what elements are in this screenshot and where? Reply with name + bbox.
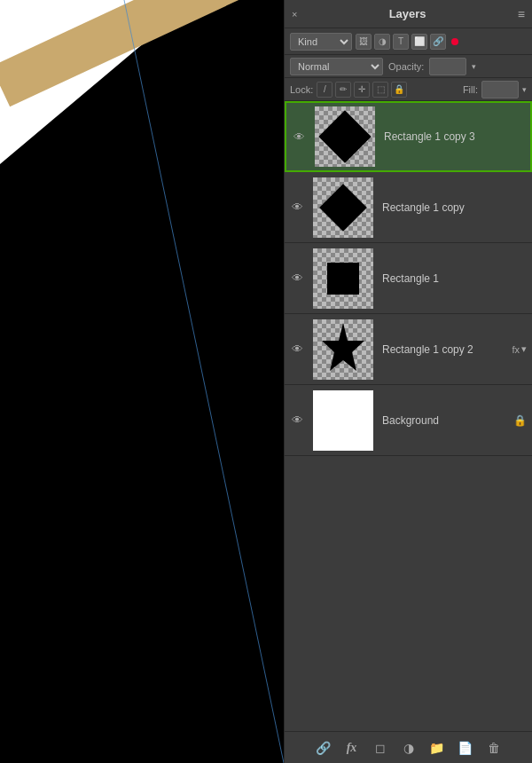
mask-filter-icon[interactable]: 🔗	[430, 34, 446, 50]
layer-thumbnail	[313, 177, 373, 238]
shape-filter-icon[interactable]: ⬜	[411, 34, 427, 50]
thumb-shape-square	[327, 263, 359, 295]
layer-info: Rectangle 1 copy 3	[379, 127, 530, 146]
layer-thumbnail	[315, 106, 375, 167]
layer-row[interactable]: 👁 Rectangle 1 copy 3	[285, 101, 532, 172]
link-layers-button[interactable]: 🔗	[313, 737, 334, 759]
thumb-shape-white	[313, 390, 373, 451]
svg-marker-1	[322, 323, 364, 371]
kind-select[interactable]: Kind	[290, 33, 352, 51]
blue-line-svg	[0, 0, 284, 763]
filter-active-dot	[451, 38, 458, 45]
add-mask-button[interactable]: ◻	[370, 737, 391, 759]
opacity-input[interactable]: 100%	[429, 58, 466, 75]
layer-name: Background	[382, 414, 439, 427]
layer-name: Rectangle 1 copy	[382, 201, 465, 214]
new-group-button[interactable]: 📁	[426, 737, 448, 759]
layer-info: Background 🔒	[377, 411, 532, 430]
filter-icons: 🖼 ◑ T ⬜ 🔗	[356, 34, 446, 50]
layer-name: Rectangle 1 copy 3	[384, 130, 475, 143]
layer-info: Rectangle 1	[377, 269, 532, 288]
circle-filter-icon[interactable]: ◑	[374, 34, 390, 50]
layer-info: Rectangle 1 copy 2 fx ▾	[377, 340, 532, 359]
layer-thumbnail	[313, 390, 373, 451]
panel-menu-icon[interactable]: ≡	[518, 7, 525, 21]
new-adjustment-button[interactable]: ◑	[398, 737, 419, 759]
text-filter-icon[interactable]: T	[393, 34, 409, 50]
opacity-label: Opacity:	[388, 61, 424, 72]
delete-layer-button[interactable]: 🗑	[483, 737, 505, 759]
layer-visibility-toggle[interactable]: 👁	[285, 201, 309, 214]
fill-arrow-icon[interactable]: ▾	[522, 85, 527, 94]
opacity-arrow-icon[interactable]: ▾	[472, 62, 476, 71]
layers-panel: × Layers ≡ Kind 🖼 ◑ T ⬜ 🔗 Normal Dissolv…	[284, 0, 532, 763]
lock-label: Lock:	[290, 84, 313, 95]
layer-locked-icon: 🔒	[513, 414, 527, 427]
canvas-area	[0, 0, 284, 763]
layer-row[interactable]: 👁 Background 🔒	[285, 385, 532, 456]
panel-title: Layers	[389, 7, 426, 20]
layers-list: 👁 Rectangle 1 copy 3 👁 Rectangle 1 copy …	[285, 101, 532, 731]
fill-label: Fill:	[463, 84, 478, 95]
layer-fx-badge[interactable]: fx ▾	[512, 343, 527, 355]
lock-all-btn[interactable]: 🔒	[391, 82, 407, 98]
panel-close-icon[interactable]: ×	[292, 9, 297, 20]
layer-visibility-toggle[interactable]: 👁	[285, 342, 309, 356]
svg-line-0	[124, 0, 284, 763]
thumb-star-svg	[313, 319, 373, 380]
blend-mode-select[interactable]: Normal Dissolve Multiply	[290, 58, 383, 75]
layer-thumbnail	[313, 319, 373, 380]
blend-row: Normal Dissolve Multiply Opacity: 100% ▾	[285, 55, 532, 78]
fx-label: fx	[512, 344, 520, 355]
thumb-shape-diamond-large	[318, 110, 371, 162]
lock-row: Lock: / ✏ ✛ ⬚ 🔒 Fill: 100% ▾	[285, 78, 532, 101]
panel-footer: 🔗 fx ◻ ◑ 📁 📄 🗑	[285, 731, 532, 763]
thumb-shape-diamond-medium	[319, 184, 367, 232]
lock-icons: / ✏ ✛ ⬚ 🔒	[317, 82, 407, 98]
layer-thumbnail	[313, 248, 373, 309]
fx-expand-arrow[interactable]: ▾	[521, 343, 527, 355]
filter-row: Kind 🖼 ◑ T ⬜ 🔗	[285, 28, 532, 55]
lock-move-btn[interactable]: ✛	[354, 82, 370, 98]
layer-name: Rectangle 1 copy 2	[382, 343, 473, 356]
layer-info: Rectangle 1 copy	[377, 198, 532, 217]
fill-input[interactable]: 100%	[481, 81, 519, 98]
canvas-blue-line	[0, 0, 284, 763]
image-filter-icon[interactable]: 🖼	[356, 34, 372, 50]
add-fx-button[interactable]: fx	[341, 737, 363, 759]
panel-header: × Layers ≡	[285, 0, 532, 28]
layer-visibility-toggle[interactable]: 👁	[285, 271, 309, 285]
layer-visibility-toggle[interactable]: 👁	[285, 413, 309, 427]
layer-row[interactable]: 👁 Rectangle 1 copy 2 fx ▾	[285, 314, 532, 385]
new-layer-button[interactable]: 📄	[455, 737, 476, 759]
layer-visibility-toggle[interactable]: 👁	[286, 130, 311, 144]
lock-transparent-btn[interactable]: /	[317, 82, 332, 98]
layer-name: Rectangle 1	[382, 272, 439, 285]
lock-artboard-btn[interactable]: ⬚	[372, 82, 388, 98]
layer-row[interactable]: 👁 Rectangle 1 copy	[285, 172, 532, 243]
layer-row[interactable]: 👁 Rectangle 1	[285, 243, 532, 314]
lock-paint-btn[interactable]: ✏	[335, 82, 351, 98]
